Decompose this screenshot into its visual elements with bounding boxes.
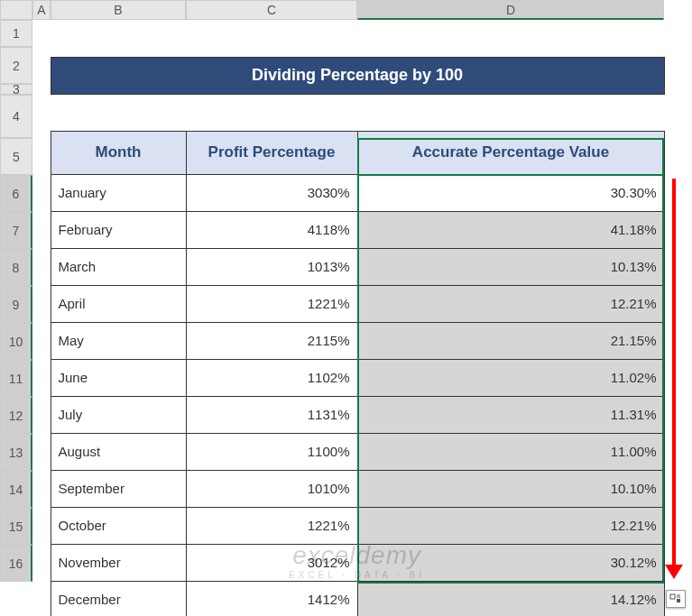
cell-profit[interactable]: 1100% bbox=[186, 433, 357, 470]
row-header-6[interactable]: 6 bbox=[0, 175, 32, 212]
autofill-options-button[interactable] bbox=[666, 590, 686, 608]
row-2-title: Dividing Percentage by 100 bbox=[32, 57, 664, 94]
cell-profit[interactable]: 1102% bbox=[186, 359, 357, 396]
row-header-14[interactable]: 14 bbox=[0, 471, 32, 508]
cell-accurate[interactable]: 11.31% bbox=[357, 396, 664, 433]
cell-accurate[interactable]: 12.21% bbox=[357, 285, 664, 322]
row-3 bbox=[32, 94, 664, 131]
annotation-arrow bbox=[672, 179, 676, 566]
table-row: August1100%11.00% bbox=[32, 433, 664, 470]
cell-month[interactable]: February bbox=[51, 211, 186, 248]
cell-accurate[interactable]: 41.18% bbox=[357, 211, 664, 248]
cell-accurate[interactable]: 14.12% bbox=[357, 581, 664, 616]
col-header-C[interactable]: C bbox=[186, 0, 357, 20]
table-row: April1221%12.21% bbox=[32, 285, 664, 322]
header-month[interactable]: Month bbox=[51, 131, 186, 174]
row-header-2[interactable]: 2 bbox=[0, 47, 32, 84]
cell-profit[interactable]: 1013% bbox=[186, 248, 357, 285]
cell-profit[interactable]: 3012% bbox=[186, 544, 357, 581]
row-header-12[interactable]: 12 bbox=[0, 397, 32, 434]
data-table: Dividing Percentage by 100 Month Profit … bbox=[32, 20, 665, 616]
cell-month[interactable]: August bbox=[51, 433, 186, 470]
header-profit[interactable]: Profit Percentage bbox=[186, 131, 357, 174]
cell-month[interactable]: October bbox=[51, 507, 186, 544]
cell-month[interactable]: December bbox=[51, 581, 186, 616]
row-header-13[interactable]: 13 bbox=[0, 434, 32, 471]
table-row: July1131%11.31% bbox=[32, 396, 664, 433]
cell-profit[interactable]: 1010% bbox=[186, 470, 357, 507]
row-header-10[interactable]: 10 bbox=[0, 323, 32, 360]
row-header-7[interactable]: 7 bbox=[0, 212, 32, 249]
col-header-A[interactable]: A bbox=[32, 0, 51, 20]
row-header-9[interactable]: 9 bbox=[0, 286, 32, 323]
cell-profit[interactable]: 4118% bbox=[186, 211, 357, 248]
row-header-15[interactable]: 15 bbox=[0, 508, 32, 545]
cell-accurate[interactable]: 11.02% bbox=[357, 359, 664, 396]
cell-month[interactable]: June bbox=[51, 359, 186, 396]
cell-month[interactable]: September bbox=[51, 470, 186, 507]
title-cell[interactable]: Dividing Percentage by 100 bbox=[51, 57, 664, 94]
cell-month[interactable]: November bbox=[51, 544, 186, 581]
table-row: November3012%30.12% bbox=[32, 544, 664, 581]
header-accurate[interactable]: Accurate Percentage Value bbox=[357, 131, 664, 174]
table-row: May2115%21.15% bbox=[32, 322, 664, 359]
cell-accurate[interactable]: 21.15% bbox=[357, 322, 664, 359]
cell-month[interactable]: March bbox=[51, 248, 186, 285]
row-header-4[interactable]: 4 bbox=[0, 95, 32, 138]
row-header-3[interactable]: 3 bbox=[0, 84, 32, 95]
col-header-B[interactable]: B bbox=[51, 0, 186, 20]
cell-month[interactable]: July bbox=[51, 396, 186, 433]
cell-profit[interactable]: 3030% bbox=[186, 174, 357, 211]
autofill-icon bbox=[669, 593, 682, 604]
cell-profit[interactable]: 2115% bbox=[186, 322, 357, 359]
cell-profit[interactable]: 1131% bbox=[186, 396, 357, 433]
table-row: June1102%11.02% bbox=[32, 359, 664, 396]
column-headers: A B C D bbox=[0, 0, 664, 20]
row-header-16[interactable]: 16 bbox=[0, 545, 32, 582]
cell-month[interactable]: April bbox=[51, 285, 186, 322]
table-row: October1221%12.21% bbox=[32, 507, 664, 544]
svg-rect-0 bbox=[670, 594, 675, 599]
cell-profit[interactable]: 1221% bbox=[186, 285, 357, 322]
cell-profit[interactable]: 1221% bbox=[186, 507, 357, 544]
cell-accurate[interactable]: 30.12% bbox=[357, 544, 664, 581]
row-4-headers: Month Profit Percentage Accurate Percent… bbox=[32, 131, 664, 174]
cell-month[interactable]: January bbox=[51, 174, 186, 211]
row-1 bbox=[32, 20, 664, 57]
cell-accurate[interactable]: 30.30% bbox=[357, 174, 664, 211]
table-row: December1412%14.12% bbox=[32, 581, 664, 616]
cell-month[interactable]: May bbox=[51, 322, 186, 359]
col-header-D[interactable]: D bbox=[357, 0, 664, 20]
cell-accurate[interactable]: 10.10% bbox=[357, 470, 664, 507]
row-headers: 12345678910111213141516 bbox=[0, 20, 32, 582]
table-row: September1010%10.10% bbox=[32, 470, 664, 507]
row-header-1[interactable]: 1 bbox=[0, 20, 32, 47]
cell-accurate[interactable]: 10.13% bbox=[357, 248, 664, 285]
cell-accurate[interactable]: 12.21% bbox=[357, 507, 664, 544]
cell-profit[interactable]: 1412% bbox=[186, 581, 357, 616]
row-header-8[interactable]: 8 bbox=[0, 249, 32, 286]
grid: Dividing Percentage by 100 Month Profit … bbox=[32, 20, 665, 616]
table-row: March1013%10.13% bbox=[32, 248, 664, 285]
table-row: February4118%41.18% bbox=[32, 211, 664, 248]
row-header-5[interactable]: 5 bbox=[0, 138, 32, 175]
table-row: January3030%30.30% bbox=[32, 174, 664, 211]
select-all-corner[interactable] bbox=[0, 0, 32, 20]
cell-accurate[interactable]: 11.00% bbox=[357, 433, 664, 470]
svg-rect-1 bbox=[677, 599, 680, 602]
row-header-11[interactable]: 11 bbox=[0, 360, 32, 397]
